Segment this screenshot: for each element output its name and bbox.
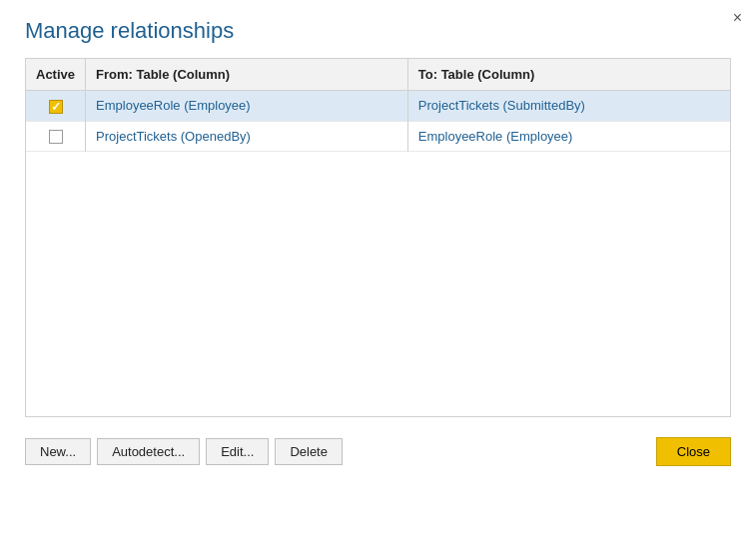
- from-cell: EmployeeRole (Employee): [86, 91, 408, 122]
- relationships-table-container: Active From: Table (Column) To: Table (C…: [25, 58, 731, 417]
- col-header-active: Active: [26, 59, 86, 91]
- to-cell: EmployeeRole (Employee): [407, 121, 730, 152]
- dialog-title: Manage relationships: [0, 0, 756, 58]
- close-button[interactable]: Close: [656, 437, 731, 466]
- bottom-bar: New... Autodetect... Edit... Delete Clos…: [0, 425, 756, 478]
- checkbox-unchecked-icon: [49, 130, 63, 144]
- action-buttons: New... Autodetect... Edit... Delete: [25, 438, 343, 465]
- table-row[interactable]: ProjectTickets (OpenedBy)EmployeeRole (E…: [26, 121, 730, 152]
- table-header-row: Active From: Table (Column) To: Table (C…: [26, 59, 730, 91]
- autodetect-button[interactable]: Autodetect...: [97, 438, 200, 465]
- col-header-to: To: Table (Column): [407, 59, 730, 91]
- from-cell: ProjectTickets (OpenedBy): [86, 121, 408, 152]
- table-row[interactable]: EmployeeRole (Employee)ProjectTickets (S…: [26, 91, 730, 122]
- edit-button[interactable]: Edit...: [206, 438, 269, 465]
- to-cell: ProjectTickets (SubmittedBy): [407, 91, 730, 122]
- relationships-table: Active From: Table (Column) To: Table (C…: [26, 59, 730, 152]
- delete-button[interactable]: Delete: [275, 438, 343, 465]
- col-header-from: From: Table (Column): [86, 59, 408, 91]
- active-cell: [26, 91, 86, 122]
- manage-relationships-dialog: × Manage relationships Active From: Tabl…: [0, 0, 756, 533]
- dialog-close-icon[interactable]: ×: [733, 10, 742, 26]
- checkbox-checked-icon: [49, 100, 63, 114]
- active-cell: [26, 121, 86, 152]
- new-button[interactable]: New...: [25, 438, 91, 465]
